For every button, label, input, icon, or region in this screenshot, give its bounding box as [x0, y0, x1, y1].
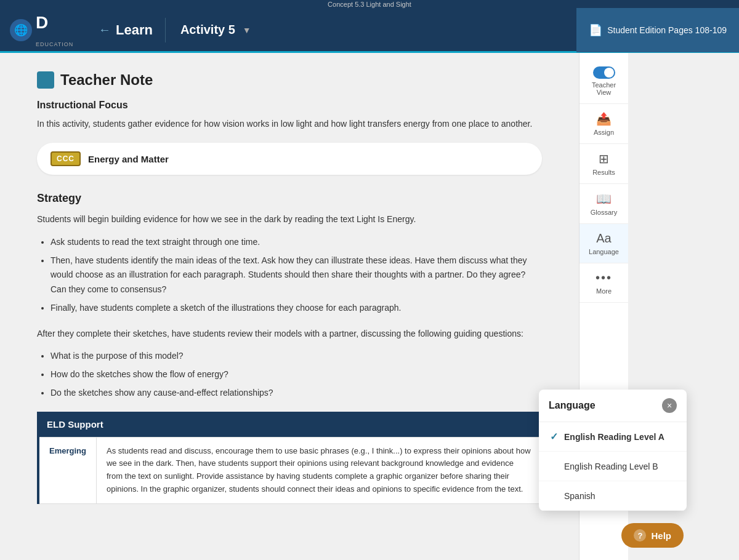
sidebar-item-glossary[interactable]: 📖 Glossary — [579, 184, 628, 224]
language-icon: Aa — [596, 231, 611, 246]
assign-label: Assign — [594, 129, 614, 136]
guiding-questions-list: What is the purpose of this model? How d… — [37, 349, 542, 400]
results-icon: ⊞ — [599, 151, 609, 166]
after-sketches-text: After they complete their sketches, have… — [37, 327, 542, 340]
logo-globe-icon: 🌐 — [10, 19, 32, 41]
guiding-q-1: What is the purpose of this model? — [50, 349, 542, 364]
language-option-label-1: English Reading Level A — [564, 432, 664, 442]
teacher-note-icon — [37, 71, 54, 89]
checkmark-icon: ✓ — [550, 431, 558, 442]
eld-emerging-text: As students read and discuss, encourage … — [96, 437, 541, 503]
language-label: Language — [589, 248, 619, 255]
strategy-bullets: Ask students to read the text straight t… — [37, 235, 542, 316]
instructional-focus-heading: Instructional Focus — [37, 100, 542, 111]
more-label: More — [596, 287, 612, 295]
glossary-icon: 📖 — [596, 191, 612, 206]
eld-support-heading: ELD Support — [47, 419, 103, 430]
glossary-label: Glossary — [591, 209, 617, 216]
chevron-down-icon: ▼ — [243, 25, 251, 35]
sidebar-item-teacher-view[interactable]: Teacher View — [579, 59, 628, 104]
sidebar-item-language[interactable]: Aa Language — [579, 224, 628, 263]
bullet-item-1: Ask students to read the text straight t… — [50, 235, 542, 250]
language-option-label-3: Spanish — [564, 491, 596, 501]
eld-support-bar: ELD Support — [37, 412, 542, 437]
ccc-label: Energy and Matter — [88, 154, 169, 164]
ccc-badge: CCC — [50, 151, 81, 166]
language-popup: Language × ✓ English Reading Level A ✓ E… — [539, 390, 687, 511]
guiding-q-3: Do the sketches show any cause-and-effec… — [50, 386, 542, 401]
bullet-item-2: Then, have students identify the main id… — [50, 254, 542, 297]
language-popup-title: Language — [549, 400, 596, 411]
strategy-text: Students will begin building evidence fo… — [37, 212, 542, 226]
language-option-english-b[interactable]: ✓ English Reading Level B — [539, 452, 687, 481]
assign-icon: 📤 — [596, 111, 612, 126]
activity-selector[interactable]: Activity 5 ▼ — [168, 23, 264, 37]
teacher-view-toggle[interactable] — [593, 66, 615, 79]
help-icon: ? — [634, 529, 646, 542]
results-label: Results — [592, 169, 615, 176]
document-icon: 📄 — [589, 23, 602, 37]
sidebar-item-assign[interactable]: 📤 Assign — [579, 104, 628, 144]
ccc-badge-row: CCC Energy and Matter — [37, 143, 542, 175]
learn-label: Learn — [116, 22, 163, 38]
logo-area: 🌐 D EDUCATION — [0, 13, 99, 47]
sidebar-item-results[interactable]: ⊞ Results — [579, 144, 628, 184]
teacher-view-label: Teacher View — [584, 81, 623, 96]
eld-emerging-label: Emerging — [38, 437, 96, 503]
back-button[interactable]: ← — [99, 23, 111, 37]
more-icon: ••• — [596, 271, 612, 285]
language-option-spanish[interactable]: ✓ Spanish — [539, 481, 687, 511]
teacher-note-title: Teacher Note — [60, 71, 153, 89]
help-button[interactable]: ? Help — [621, 523, 684, 548]
eld-table: Emerging As students read and discuss, e… — [37, 437, 542, 504]
table-row: Emerging As students read and discuss, e… — [38, 437, 542, 503]
nav-divider — [165, 18, 166, 42]
logo-d: D EDUCATION — [36, 13, 73, 47]
help-button-label: Help — [651, 530, 671, 541]
sidebar-item-more[interactable]: ••• More — [579, 263, 628, 303]
teacher-note-header: Teacher Note — [37, 71, 542, 89]
nav-right: 📄 Student Edition Pages 108-109 — [576, 8, 739, 52]
strategy-heading: Strategy — [37, 192, 542, 205]
language-option-english-a[interactable]: ✓ English Reading Level A — [539, 422, 687, 452]
language-popup-close-button[interactable]: × — [662, 398, 677, 413]
student-edition-button[interactable]: 📄 Student Edition Pages 108-109 — [576, 8, 739, 52]
nav-bar: 🌐 D EDUCATION ← Learn Activity 5 ▼ 📄 Stu… — [0, 9, 739, 53]
language-popup-header: Language × — [539, 390, 687, 422]
activity-label: Activity 5 — [180, 23, 235, 37]
guiding-q-2: How do the sketches show the flow of ene… — [50, 367, 542, 382]
instructional-focus-text: In this activity, students gather eviden… — [37, 117, 542, 130]
bullet-item-3: Finally, have students complete a sketch… — [50, 301, 542, 316]
language-option-label-2: English Reading Level B — [564, 462, 658, 471]
content-area: Teacher Note Instructional Focus In this… — [0, 53, 579, 560]
student-edition-label: Student Edition Pages 108-109 — [607, 25, 727, 35]
concept-label: Concept 5.3 Light and Sight — [328, 1, 411, 8]
